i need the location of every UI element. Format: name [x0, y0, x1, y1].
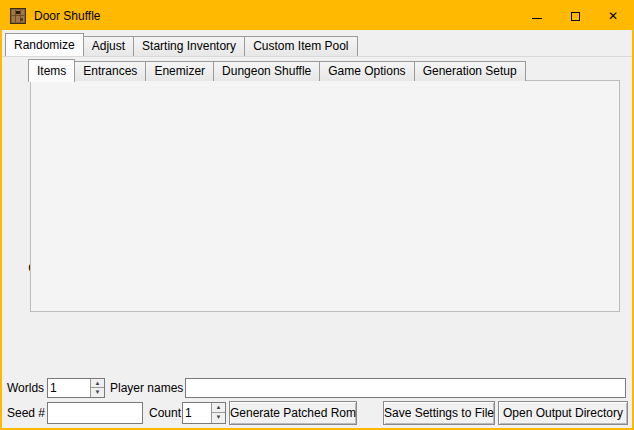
tab-randomize[interactable]: Randomize: [5, 33, 84, 56]
tab-game-options[interactable]: Game Options: [319, 61, 414, 81]
window-title: Door Shuffle: [34, 9, 101, 23]
worlds-label: Worlds: [7, 381, 44, 395]
count-input[interactable]: [183, 403, 211, 423]
open-output-directory-button[interactable]: Open Output Directory: [498, 401, 628, 425]
tab-generation-setup[interactable]: Generation Setup: [414, 61, 526, 81]
worlds-input[interactable]: [48, 379, 90, 397]
tab-adjust[interactable]: Adjust: [83, 36, 134, 56]
count-label: Count: [149, 406, 181, 420]
minimize-icon[interactable]: [518, 2, 556, 30]
tab-items[interactable]: Items: [28, 59, 75, 82]
worlds-spinner[interactable]: ▲ ▼: [47, 378, 105, 398]
outer-tab-bar: Randomize Adjust Starting Inventory Cust…: [5, 33, 357, 56]
tab-entrances[interactable]: Entrances: [74, 61, 146, 81]
spinner-arrows: ▲ ▼: [90, 379, 104, 397]
outer-pane-border: [2, 56, 632, 57]
app-window: Door Shuffle ✕ Randomize Adjust Starting…: [0, 0, 634, 430]
count-spinner[interactable]: ▲ ▼: [182, 402, 226, 424]
close-icon[interactable]: ✕: [594, 2, 632, 30]
tab-dungeon-shuffle[interactable]: Dungeon Shuffle: [213, 61, 320, 81]
spin-up-icon[interactable]: ▲: [91, 379, 104, 388]
tab-custom-item-pool[interactable]: Custom Item Pool: [244, 36, 357, 56]
spin-down-icon[interactable]: ▼: [212, 413, 225, 423]
seed-input[interactable]: [47, 402, 143, 424]
spin-up-icon[interactable]: ▲: [212, 403, 225, 413]
player-names-label: Player names: [110, 381, 183, 395]
caption-buttons: ✕: [518, 2, 632, 30]
spinner-arrows: ▲ ▼: [211, 403, 225, 423]
spin-down-icon[interactable]: ▼: [91, 388, 104, 397]
seed-label: Seed #: [7, 406, 45, 420]
app-door-icon: [10, 8, 26, 24]
tab-starting-inventory[interactable]: Starting Inventory: [133, 36, 245, 56]
generate-patched-rom-button[interactable]: Generate Patched Rom: [229, 401, 357, 425]
maximize-icon[interactable]: [556, 2, 594, 30]
window-content: Randomize Adjust Starting Inventory Cust…: [2, 30, 632, 428]
player-names-input[interactable]: [185, 378, 626, 398]
inner-tab-bar: Items Entrances Enemizer Dungeon Shuffle…: [28, 58, 525, 81]
items-tab-panel: [30, 80, 620, 312]
titlebar: Door Shuffle ✕: [2, 2, 632, 30]
tab-enemizer[interactable]: Enemizer: [145, 61, 214, 81]
save-settings-button[interactable]: Save Settings to File: [383, 401, 495, 425]
